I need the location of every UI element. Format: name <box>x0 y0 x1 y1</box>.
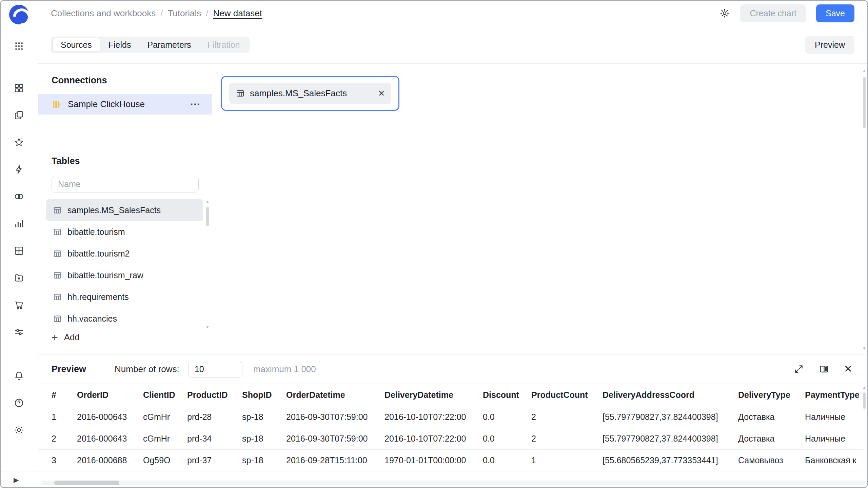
table-list-item[interactable]: hh.vacancies <box>46 308 203 329</box>
breadcrumb-tutorials[interactable]: Tutorials <box>168 8 201 19</box>
settings-gear-icon[interactable] <box>11 422 27 438</box>
column-header: Discount <box>483 384 531 406</box>
scrollbar-thumb[interactable] <box>863 77 866 128</box>
table-icon <box>53 206 62 215</box>
dashboards-icon[interactable] <box>11 80 27 96</box>
preview-table: # OrderID ClientID ProductID ShopID Orde… <box>38 384 863 471</box>
table-list-item[interactable]: bibattle.tourism_raw <box>46 264 203 286</box>
page-header: Collections and workbooks / Tutorials / … <box>38 0 868 26</box>
expand-rail-icon[interactable]: ▶ <box>14 476 19 484</box>
sources-side-panel: Connections Sample ClickHouse ··· Tables <box>38 64 212 354</box>
scroll-down-icon[interactable]: ▼ <box>204 325 211 329</box>
scrollbar-thumb[interactable] <box>206 207 209 226</box>
cell: 2016-09-28T15:11:00 <box>286 450 384 471</box>
tab-filtration[interactable]: Filtration <box>199 38 248 52</box>
table-name: bibattle.tourism2 <box>67 249 130 259</box>
table-list-item[interactable]: samples.MS_SalesFacts <box>46 199 203 221</box>
datalens-logo[interactable] <box>9 5 29 24</box>
cell: 2 <box>531 406 603 428</box>
cell: sp-18 <box>242 450 286 471</box>
workspace: Connections Sample ClickHouse ··· Tables <box>38 64 868 354</box>
tab-parameters[interactable]: Parameters <box>139 38 199 52</box>
table-chip[interactable]: samples.MS_SalesFacts ✕ <box>229 83 391 104</box>
column-header: ProductID <box>187 384 242 406</box>
table-icon <box>53 314 62 323</box>
rail-navigation <box>0 80 38 340</box>
scroll-up-icon[interactable]: ▲ <box>204 199 211 204</box>
scrollbar-thumb[interactable] <box>863 392 866 409</box>
tab-fields[interactable]: Fields <box>100 38 139 52</box>
create-chart-button[interactable]: Create chart <box>740 4 806 22</box>
close-preview-icon[interactable]: ✕ <box>844 364 852 374</box>
scroll-down-icon[interactable]: ▼ <box>861 346 867 351</box>
cell: 0.0 <box>483 450 531 471</box>
preview-toggle-button[interactable]: Preview <box>805 36 854 54</box>
table-list-item[interactable]: hh.requirements <box>46 286 203 308</box>
breadcrumb-separator: / <box>206 8 208 19</box>
charts-icon[interactable] <box>11 216 27 231</box>
add-label: Add <box>64 332 80 343</box>
plus-icon: + <box>52 333 58 342</box>
datasets-rings-icon[interactable] <box>11 189 27 204</box>
cell: 2016-10-10T07:22:00 <box>384 406 483 428</box>
scrollbar-thumb[interactable] <box>54 481 119 485</box>
rail-bottom-group <box>0 368 38 438</box>
remove-table-icon[interactable]: ✕ <box>378 89 385 98</box>
marketplace-cart-icon[interactable] <box>11 297 27 313</box>
connections-heading: Connections <box>52 75 107 86</box>
scroll-up-icon[interactable]: ▲ <box>861 385 867 390</box>
breadcrumb-collections[interactable]: Collections and workbooks <box>51 8 156 19</box>
notifications-bell-icon[interactable] <box>11 368 27 384</box>
table-search-input[interactable] <box>52 176 199 192</box>
table-icon <box>53 292 62 302</box>
editor-grid-icon[interactable] <box>11 243 27 259</box>
tables-list-scrollbar[interactable]: ▲ ▼ <box>204 199 211 329</box>
expand-preview-icon[interactable] <box>794 364 804 374</box>
cell: Доставка <box>738 428 805 450</box>
preview-horizontal-scrollbar[interactable] <box>41 481 865 485</box>
tab-sources[interactable]: Sources <box>52 38 100 52</box>
dataset-tabs: Sources Fields Parameters Filtration <box>51 37 250 53</box>
column-header: ClientID <box>143 384 187 406</box>
selected-table-node[interactable]: samples.MS_SalesFacts ✕ <box>221 76 399 111</box>
add-table-button[interactable]: + Add <box>52 332 80 343</box>
storage-folder-icon[interactable] <box>11 270 27 286</box>
connections-lightning-icon[interactable] <box>11 162 27 177</box>
dataset-title[interactable]: New dataset <box>213 8 262 19</box>
cell: 2016-09-30T07:59:00 <box>286 406 384 428</box>
cell: sp-18 <box>242 428 286 450</box>
cell: 2 <box>531 428 603 450</box>
datalens-app: ▶ Collections and workbooks / Tutorials … <box>0 0 868 488</box>
column-header: ProductCount <box>531 384 603 406</box>
more-icon[interactable]: ··· <box>190 101 200 108</box>
table-list-item[interactable]: bibattle.tourism <box>46 221 203 243</box>
rows-count-input[interactable] <box>188 361 242 378</box>
cell: Самовывоз <box>738 450 805 471</box>
connection-item-sample-clickhouse[interactable]: Sample ClickHouse ··· <box>38 94 212 115</box>
table-name: bibattle.tourism_raw <box>67 270 143 280</box>
cell: Доставка <box>738 406 805 428</box>
table-name: samples.MS_SalesFacts <box>67 205 161 215</box>
table-row: 1 2016-000643 cGmHr prd-28 sp-18 2016-09… <box>38 406 863 428</box>
canvas-scrollbar[interactable]: ▲ ▼ <box>861 68 867 351</box>
clickhouse-icon <box>52 99 62 109</box>
help-icon[interactable] <box>11 395 27 411</box>
dock-panel-icon[interactable] <box>819 364 829 374</box>
workbooks-icon[interactable] <box>11 107 27 123</box>
tables-heading: Tables <box>52 156 80 166</box>
dataset-settings-gear-icon[interactable] <box>719 8 730 19</box>
services-sliders-icon[interactable] <box>11 324 27 340</box>
favorites-star-icon[interactable] <box>11 135 27 150</box>
table-list-item[interactable]: bibattle.tourism2 <box>46 243 203 264</box>
scroll-up-icon[interactable]: ▲ <box>861 68 867 73</box>
apps-grid-icon[interactable] <box>11 38 27 54</box>
table-header-row: # OrderID ClientID ProductID ShopID Orde… <box>38 384 863 406</box>
save-button[interactable]: Save <box>816 4 854 22</box>
table-icon <box>53 271 62 280</box>
cell: sp-18 <box>242 406 286 428</box>
cell: 2016-09-30T07:59:00 <box>286 428 384 450</box>
sources-canvas[interactable]: samples.MS_SalesFacts ✕ ▲ ▼ <box>212 64 868 354</box>
preview-vertical-scrollbar[interactable]: ▲ <box>861 385 867 429</box>
cell: 2016-000643 <box>77 406 143 428</box>
cell: 0.0 <box>483 406 531 428</box>
